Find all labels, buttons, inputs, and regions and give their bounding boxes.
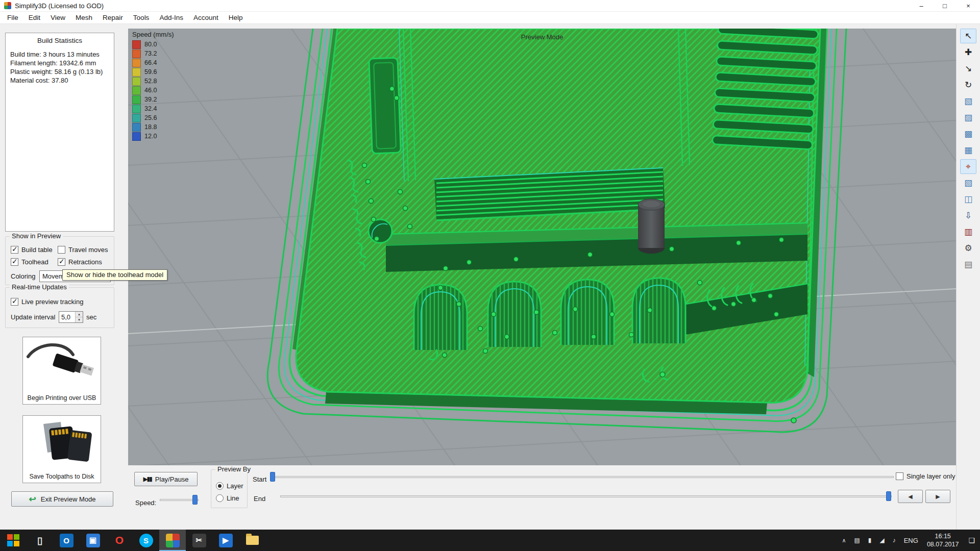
- view-cube-iso-tool[interactable]: ▩: [960, 127, 976, 141]
- clock[interactable]: 16:15 08.07.2017: [922, 532, 964, 549]
- coloring-label: Coloring: [11, 272, 35, 280]
- display-icon[interactable]: ▤: [850, 537, 864, 544]
- battery-icon[interactable]: ▮: [864, 537, 876, 544]
- line-radio[interactable]: [216, 494, 224, 502]
- taskbar-app-skype[interactable]: S: [133, 530, 159, 551]
- taskbar-app-screenshot[interactable]: ✂: [186, 530, 212, 551]
- taskbar-app-opera[interactable]: O: [106, 530, 133, 551]
- view-cube-front-tool[interactable]: ▦: [960, 143, 976, 158]
- legend-value: 52.8: [144, 78, 157, 85]
- start-layer-slider[interactable]: [270, 472, 894, 482]
- exit-preview-mode-button[interactable]: ↩ Exit Preview Mode: [11, 491, 113, 507]
- scale-tool[interactable]: ↘: [960, 61, 976, 76]
- layer-view-tool[interactable]: ▧: [960, 176, 976, 190]
- travel-moves-option[interactable]: Travel moves: [58, 246, 108, 254]
- taskbar-app-simplify3d[interactable]: [159, 530, 186, 551]
- start-button[interactable]: [0, 530, 27, 551]
- start-slider-track[interactable]: [270, 476, 894, 478]
- toolhead-position-tool[interactable]: ⌖: [960, 159, 976, 174]
- legend-swatch: [132, 59, 141, 67]
- legend-value: 25.6: [144, 114, 157, 121]
- menu-mesh[interactable]: Mesh: [70, 12, 97, 23]
- live-preview-option[interactable]: Live preview tracking: [11, 298, 83, 306]
- cross-section-tool[interactable]: ◫: [960, 192, 976, 207]
- network-icon[interactable]: ◢: [875, 537, 888, 544]
- end-slider-track[interactable]: [280, 495, 892, 497]
- play-pause-button[interactable]: ▶▮▮ Play/Pause: [134, 472, 198, 486]
- menu-help[interactable]: Help: [224, 12, 248, 23]
- language-indicator[interactable]: ENG: [900, 537, 922, 544]
- menu-file[interactable]: File: [2, 12, 23, 23]
- restore-button[interactable]: □: [933, 0, 957, 11]
- view-cube-top-tool[interactable]: ▨: [960, 110, 976, 125]
- layer-radio[interactable]: [216, 482, 224, 490]
- live-preview-checkbox[interactable]: [11, 298, 18, 306]
- taskbar-app-outlook[interactable]: O: [53, 530, 80, 551]
- taskbar-app-save-disk[interactable]: ▣: [80, 530, 106, 551]
- spinner-up-icon[interactable]: ▴: [76, 312, 83, 317]
- build-time: Build time: 3 hours 13 minutes: [10, 51, 109, 59]
- support-structures-tool[interactable]: ▤: [960, 257, 976, 272]
- right-arrow-icon: ▶: [936, 493, 940, 500]
- select-tool[interactable]: ↖: [960, 29, 976, 43]
- preview-mode-label: Preview Mode: [521, 33, 563, 41]
- menu-view[interactable]: View: [45, 12, 70, 23]
- legend-row: 18.8: [132, 122, 174, 132]
- single-layer-option[interactable]: Single layer only: [896, 472, 955, 480]
- update-interval-value[interactable]: 5,0: [59, 312, 75, 322]
- travel-moves-checkbox[interactable]: [58, 246, 65, 254]
- place-on-bed-tool[interactable]: ⇩: [960, 208, 976, 223]
- start-label: Start: [253, 475, 266, 483]
- taskbar-app-media[interactable]: ▶: [212, 530, 239, 551]
- menu-addins[interactable]: Add-Ins: [154, 12, 188, 23]
- retractions-option[interactable]: Retractions: [58, 258, 102, 266]
- toolhead-checkbox[interactable]: [11, 258, 18, 266]
- spinner-down-icon[interactable]: ▾: [76, 317, 83, 322]
- plastic-weight: Plastic weight: 58.16 g (0.13 lb): [10, 68, 109, 77]
- rotate-icon: ↻: [965, 81, 972, 89]
- preview-by-layer-option[interactable]: Layer: [216, 482, 243, 490]
- translate-tool[interactable]: ✚: [960, 45, 976, 60]
- single-layer-checkbox[interactable]: [896, 472, 903, 480]
- close-button[interactable]: ×: [957, 0, 980, 11]
- legend-row: 73.2: [132, 49, 174, 58]
- begin-printing-usb-card[interactable]: Begin Printing over USB: [22, 337, 101, 405]
- machine-settings-tool[interactable]: ⚙: [960, 241, 976, 256]
- menu-edit[interactable]: Edit: [23, 12, 45, 23]
- start-slider-handle[interactable]: [270, 472, 275, 482]
- previous-layer-button[interactable]: ◀: [898, 490, 923, 503]
- update-interval-spinner[interactable]: 5,0 ▴ ▾: [59, 311, 83, 323]
- measurement-tool[interactable]: ▥: [960, 224, 976, 239]
- next-layer-button[interactable]: ▶: [925, 490, 950, 503]
- tray-expand-chevron-icon[interactable]: ∧: [838, 537, 850, 544]
- legend-row: 12.0: [132, 132, 174, 141]
- legend-row: 59.6: [132, 67, 174, 77]
- taskbar-app-file-explorer[interactable]: [239, 530, 265, 551]
- menu-repair[interactable]: Repair: [97, 12, 128, 23]
- notification-center-icon[interactable]: ❏: [963, 536, 980, 544]
- end-layer-slider[interactable]: [280, 491, 892, 501]
- minimize-button[interactable]: –: [910, 0, 933, 11]
- menu-tools[interactable]: Tools: [128, 12, 155, 23]
- build-table-checkbox[interactable]: [11, 246, 18, 254]
- speed-slider-handle[interactable]: [192, 495, 198, 505]
- axes-target-icon: ⌖: [966, 162, 971, 171]
- toolhead-option[interactable]: Toolhead: [11, 258, 48, 266]
- preview-viewport[interactable]: Preview Mode Speed (mm/s) 80.0 73.2 66.4…: [128, 29, 956, 465]
- retractions-checkbox[interactable]: [58, 258, 65, 266]
- menu-account[interactable]: Account: [188, 12, 224, 23]
- preview-by-line-option[interactable]: Line: [216, 494, 239, 502]
- end-slider-handle[interactable]: [886, 491, 891, 501]
- speed-slider[interactable]: [160, 495, 199, 505]
- play-pause-label: Play/Pause: [155, 475, 189, 483]
- save-toolpaths-card[interactable]: Save Toolpaths to Disk: [22, 415, 101, 483]
- build-table-option[interactable]: Build table: [11, 246, 53, 254]
- taskbar-app-device[interactable]: ▯: [27, 530, 53, 551]
- single-layer-label: Single layer only: [906, 472, 955, 480]
- rotate-tool[interactable]: ↻: [960, 78, 976, 92]
- opera-icon: O: [113, 534, 127, 547]
- update-interval-unit: sec: [86, 313, 96, 321]
- volume-icon[interactable]: ♪: [889, 537, 900, 544]
- play-media-icon: ▶: [219, 534, 233, 547]
- view-cube-default-tool[interactable]: ▧: [960, 94, 976, 109]
